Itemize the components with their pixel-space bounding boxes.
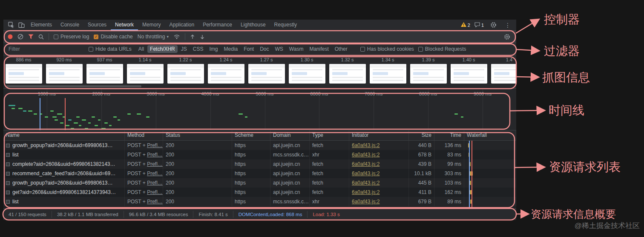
cell-size: 439 B (409, 159, 434, 169)
preflight-link[interactable]: Prefl… (147, 199, 163, 205)
frame-timestamp: 1.34 s (368, 57, 408, 63)
table-row[interactable]: get?aid=2608&uuid=699806138214373943…POS… (3, 188, 516, 197)
filter-chip-all[interactable]: All (136, 45, 147, 53)
initiator-link[interactable]: 6a0af43.js:2 (352, 199, 380, 205)
blocked-requests-checkbox[interactable]: Blocked Requests (418, 46, 466, 52)
column-header-method[interactable]: Method (125, 130, 163, 140)
initiator-link[interactable]: 6a0af43.js:2 (352, 161, 380, 167)
filter-chip-media[interactable]: Media (221, 45, 240, 53)
table-row[interactable]: growth_popup?aid=2608&uuid=69980613…POST… (3, 141, 516, 150)
cell-name: recommend_cate_feed?aid=2608&uuid=69… (3, 169, 125, 178)
column-header-scheme[interactable]: Scheme (232, 130, 270, 140)
filmstrip-frame[interactable]: 1.4 (489, 57, 516, 88)
filmstrip-frame[interactable]: 1.24 s (206, 57, 246, 88)
filter-chip-js[interactable]: JS (178, 45, 190, 53)
filmstrip-frame[interactable]: 1.39 s (408, 57, 448, 88)
filmstrip-scrollbar[interactable] (6, 85, 141, 87)
timeline-request-mark (239, 113, 243, 115)
page-thumbnail (6, 64, 42, 84)
tab-memory[interactable]: Memory (138, 20, 165, 30)
column-header-initiator[interactable]: Initiator (349, 130, 409, 140)
table-row[interactable]: recommend_cate_feed?aid=2608&uuid=69…POS… (3, 169, 516, 178)
preflight-link[interactable]: Prefl… (147, 171, 163, 176)
tab-requestly[interactable]: Requestly (270, 20, 301, 30)
import-har-icon[interactable] (190, 34, 195, 40)
filmstrip-frame[interactable]: 1.14 s (125, 57, 165, 88)
has-blocked-cookies-checkbox[interactable]: Has blocked cookies (360, 46, 414, 52)
annotation-arrow (516, 20, 538, 33)
column-header-waterfall[interactable]: Waterfall (464, 130, 516, 140)
network-settings-gear-icon[interactable] (502, 32, 512, 42)
preflight-link[interactable]: Prefl… (147, 180, 163, 186)
warnings-badge[interactable]: 2 (461, 22, 470, 28)
filter-chip-fetch-xhr[interactable]: Fetch/XHR (147, 45, 178, 53)
hide-data-urls-checkbox[interactable]: Hide data URLs (89, 46, 132, 52)
filter-chip-other[interactable]: Other (332, 45, 350, 53)
filter-chip-img[interactable]: Img (207, 45, 220, 53)
filter-chip-wasm[interactable]: Wasm (287, 45, 306, 53)
initiator-link[interactable]: 6a0af43.js:2 (352, 189, 380, 195)
filter-chip-font[interactable]: Font (241, 45, 256, 53)
search-icon[interactable] (38, 34, 44, 40)
filmstrip-frame[interactable]: 1.30 s (287, 57, 327, 88)
messages-badge[interactable]: 1 (474, 22, 484, 28)
preserve-log-checkbox[interactable]: Preserve log (54, 34, 89, 40)
filmstrip-frame[interactable]: 1.40 s (448, 57, 489, 88)
preflight-link[interactable]: Prefl… (147, 189, 163, 195)
filmstrip-frame[interactable]: 1.32 s (327, 57, 368, 88)
tab-elements[interactable]: Elements (26, 20, 56, 30)
record-button[interactable] (8, 34, 13, 39)
filmstrip-frame[interactable]: 886 ms (3, 57, 44, 88)
initiator-link[interactable]: 6a0af43.js:2 (352, 142, 380, 148)
filter-funnel-icon[interactable] (28, 34, 34, 39)
filmstrip-frame[interactable]: 1.27 s (246, 57, 287, 88)
filter-chip-css[interactable]: CSS (190, 45, 206, 53)
inspect-element-icon[interactable] (6, 20, 16, 30)
preflight-link[interactable]: Prefl… (147, 152, 163, 158)
filmstrip-frame[interactable]: 920 ms (44, 57, 84, 88)
tab-performance[interactable]: Performance (198, 20, 236, 30)
thumbnail-line (130, 80, 161, 81)
column-header-domain[interactable]: Domain (270, 130, 310, 140)
preflight-link[interactable]: Prefl… (147, 142, 163, 148)
disable-cache-checkbox[interactable]: ✓ Disable cache (94, 34, 132, 40)
initiator-link[interactable]: 6a0af43.js:2 (352, 180, 380, 186)
preflight-link[interactable]: Prefl… (147, 161, 163, 167)
column-header-time[interactable]: Time (434, 130, 464, 140)
table-row[interactable]: complete?aid=2608&uuid=6998061382143…POS… (3, 159, 516, 169)
tab-lighthouse[interactable]: Lighthouse (236, 20, 270, 30)
timeline-overview[interactable]: 1000 ms2000 ms3000 ms4000 ms5000 ms6000 … (3, 89, 516, 130)
initiator-link[interactable]: 6a0af43.js:2 (352, 171, 380, 176)
settings-gear-icon[interactable] (488, 20, 498, 30)
filter-chip-ws[interactable]: WS (273, 45, 286, 53)
tab-console[interactable]: Console (56, 20, 83, 30)
filter-chip-doc[interactable]: Doc (257, 45, 271, 53)
filter-input[interactable] (8, 46, 84, 52)
column-header-size[interactable]: Size (409, 130, 434, 140)
column-header-type[interactable]: Type (310, 130, 349, 140)
waterfall-load-line (472, 141, 472, 208)
device-toolbar-icon[interactable] (16, 20, 26, 30)
filmstrip-frame[interactable]: 1.22 s (165, 57, 206, 88)
network-conditions-icon[interactable] (173, 34, 180, 39)
table-header: NameMethodStatusSchemeDomainTypeInitiato… (3, 130, 516, 141)
column-header-status[interactable]: Status (163, 130, 232, 140)
filmstrip-frame[interactable]: 937 ms (84, 57, 125, 88)
table-row[interactable]: listPOST + Prefl…200httpsmcs.snssdk.c…xh… (3, 150, 516, 159)
filmstrip-frame[interactable]: 1.34 s (368, 57, 408, 88)
tab-sources[interactable]: Sources (83, 20, 111, 30)
filter-chip-manifest[interactable]: Manifest (307, 45, 331, 53)
export-har-icon[interactable] (200, 34, 205, 40)
domcontentloaded-time: DOMContentLoaded: 868 ms (233, 211, 308, 218)
thumbnail-line (454, 80, 484, 81)
column-header-name[interactable]: Name (3, 130, 125, 140)
tab-application[interactable]: Application (165, 20, 198, 30)
clear-button[interactable] (17, 34, 23, 40)
kebab-menu-icon[interactable]: ⋮ (503, 20, 513, 30)
thumbnail-line (413, 77, 444, 78)
table-row[interactable]: growth_popup?aid=2608&uuid=69980613…POST… (3, 178, 516, 188)
initiator-link[interactable]: 6a0af43.js:2 (352, 152, 380, 158)
throttling-select[interactable]: No throttling ▾ (138, 34, 169, 40)
table-row[interactable]: listPOST + Prefl…200httpsmcs.snssdk.c…xh… (3, 197, 516, 206)
tab-network[interactable]: Network (111, 20, 138, 30)
